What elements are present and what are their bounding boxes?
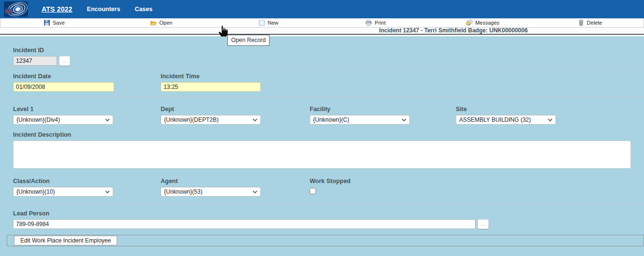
ats-logo-icon[interactable]: ATS [3, 1, 29, 17]
agent-field-group: Agent {Unknown}(53) [161, 178, 261, 197]
record-title: Incident 12347 - Terri Smithfield Badge:… [379, 27, 527, 34]
lead-person-field-group: Lead Person ... [13, 210, 489, 229]
site-label: Site [456, 106, 556, 113]
lead-person-browse-button[interactable]: ... [478, 219, 489, 229]
agent-label: Agent [161, 178, 261, 185]
toolbar: Save Open New [0, 18, 644, 28]
lead-person-label: Lead Person [13, 210, 489, 217]
incident-id-input[interactable] [13, 56, 57, 66]
class-action-selected-value: {Unknown}(10) [16, 188, 55, 195]
nav-item-cases[interactable]: Cases [135, 6, 152, 13]
dept-selected-value: {Unknown}(DEPT2B) [164, 116, 219, 123]
employee-actions-band: Edit Work Place Incident Employee [7, 235, 644, 246]
incident-date-input[interactable] [13, 82, 114, 92]
svg-text:ATS: ATS [5, 10, 13, 13]
incident-id-field-group: Incident ID ... [13, 47, 70, 66]
toolbar-button-label: Print [374, 20, 386, 26]
delete-button[interactable]: Delete [537, 18, 644, 27]
level1-field-group: Level 1 {Unknown}(Div4) [13, 106, 113, 125]
incident-form: Incident ID ... Incident Date Incident T… [0, 36, 644, 256]
section-divider [7, 203, 644, 204]
open-folder-icon [150, 19, 157, 26]
agent-selected-value: {Unknown}(53) [164, 188, 202, 195]
open-button[interactable]: Open [108, 18, 215, 27]
site-field-group: Site ASSEMBLY BUILDING (32) [456, 106, 556, 125]
level1-select[interactable]: {Unknown}(Div4) [13, 115, 113, 125]
lead-person-input[interactable] [13, 219, 476, 229]
work-stopped-label: Work Stopped [310, 178, 351, 185]
level1-label: Level 1 [13, 106, 113, 113]
facility-field-group: Facility {Unknown}(C) [310, 106, 410, 125]
delete-trash-icon [578, 19, 584, 26]
incident-date-field-group: Incident Date [13, 73, 114, 92]
edit-work-place-incident-employee-button[interactable]: Edit Work Place Incident Employee [14, 236, 117, 245]
toolbar-button-label: Open [159, 20, 172, 26]
incident-description-textarea[interactable] [13, 141, 631, 169]
toolbar-button-label: Save [53, 20, 65, 26]
ats-application-window: ATS ATS 2022 Encounters Cases Save [0, 0, 644, 256]
incident-id-browse-button[interactable]: ... [59, 56, 70, 66]
incident-date-label: Incident Date [13, 73, 114, 80]
level1-selected-value: {Unknown}(Div4) [16, 116, 60, 123]
facility-select[interactable]: {Unknown}(C) [310, 115, 410, 125]
incident-time-field-group: Incident Time [161, 73, 261, 92]
chevron-down-icon [253, 190, 257, 194]
incident-description-label: Incident Description [13, 131, 631, 138]
nav-item-encounters[interactable]: Encounters [87, 6, 120, 13]
facility-label: Facility [310, 106, 410, 113]
class-action-field-group: Class/Action {Unknown}(10) [13, 178, 113, 197]
dept-select[interactable]: {Unknown}(DEPT2B) [161, 115, 261, 125]
record-title-bar: Incident 12347 - Terri Smithfield Badge:… [0, 28, 644, 35]
work-stopped-field-group: Work Stopped [310, 178, 351, 196]
class-action-select[interactable]: {Unknown}(10) [13, 187, 113, 197]
incident-time-input[interactable] [161, 82, 261, 92]
incident-description-field-group: Incident Description [13, 131, 631, 171]
chevron-down-icon [105, 118, 110, 122]
work-stopped-checkbox[interactable] [310, 188, 316, 194]
dept-label: Dept [161, 106, 261, 113]
nav-item-ats-2022[interactable]: ATS 2022 [42, 5, 73, 13]
class-action-label: Class/Action [13, 178, 113, 185]
print-button[interactable]: Print [322, 18, 430, 27]
chevron-down-icon [253, 118, 257, 122]
section-divider [7, 96, 644, 97]
messages-button[interactable]: Messages [429, 18, 537, 27]
new-document-icon [258, 19, 265, 26]
facility-selected-value: {Unknown}(C) [313, 116, 349, 123]
top-nav-bar: ATS ATS 2022 Encounters Cases [0, 0, 644, 18]
save-button[interactable]: Save [0, 18, 108, 27]
site-selected-value: ASSEMBLY BUILDING (32) [459, 116, 531, 123]
save-icon [44, 19, 50, 26]
incident-time-label: Incident Time [161, 73, 261, 80]
toolbar-button-label: New [268, 20, 278, 26]
chevron-down-icon [548, 118, 553, 122]
chevron-down-icon [402, 118, 406, 122]
site-select[interactable]: ASSEMBLY BUILDING (32) [456, 115, 556, 125]
chevron-down-icon [105, 190, 110, 194]
section-divider [7, 67, 644, 67]
print-icon [365, 19, 372, 26]
agent-select[interactable]: {Unknown}(53) [161, 187, 261, 197]
open-record-tooltip: Open Record [227, 35, 270, 46]
incident-id-label: Incident ID [13, 47, 70, 54]
new-button[interactable]: New [215, 18, 322, 27]
dept-field-group: Dept {Unknown}(DEPT2B) [161, 106, 261, 125]
toolbar-button-label: Delete [587, 20, 602, 26]
messages-icon [466, 19, 473, 26]
toolbar-button-label: Messages [475, 20, 499, 26]
